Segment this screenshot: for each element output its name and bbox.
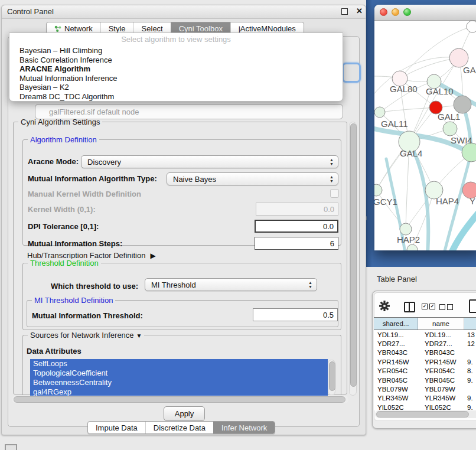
network-node[interactable]: [443, 122, 457, 136]
table-cell: YDL19...: [418, 331, 464, 338]
attribute-item[interactable]: SelfLoops: [30, 359, 328, 369]
table-row[interactable]: YBL079WYBL079W: [374, 384, 476, 393]
table-row[interactable]: YDR27...YDR27...12: [374, 339, 476, 348]
table-panel-region: Table Panel ✓ ✓: [366, 267, 476, 450]
algorithm-dropdown-popup[interactable]: Select algorithm to view settings Bayesi…: [9, 32, 343, 102]
table-cell: YBL079W: [418, 386, 464, 393]
select-all-checkbox-icon[interactable]: ✓: [422, 304, 428, 309]
which-threshold-select[interactable]: MI Threshold ▲▼: [145, 278, 317, 291]
network-view-window[interactable]: GALGAL80GAL10GAL11GAL1SWI4GAL4GCY1HAP4YH…: [374, 5, 476, 250]
close-window-icon[interactable]: ✕: [356, 6, 363, 15]
select-all-checkbox-icon[interactable]: ✓: [429, 304, 435, 309]
attribute-item[interactable]: gal4RGexp: [30, 387, 328, 396]
network-selector-combo[interactable]: galFiltered.sif default node: [35, 104, 343, 119]
table-column-header[interactable]: shared...: [374, 318, 418, 330]
deselect-all-checkbox-icon[interactable]: [447, 304, 453, 310]
mi-type-value: Naive Bayes: [173, 175, 216, 184]
collapse-arrow-icon[interactable]: ▼: [136, 332, 142, 339]
tab-label: Style: [109, 24, 126, 33]
table-header-row[interactable]: shared...name: [374, 317, 476, 330]
table-column-header[interactable]: [464, 318, 476, 330]
minimize-traffic-light-icon[interactable]: [392, 8, 399, 16]
table-row[interactable]: YER054CYER054C8.: [374, 367, 476, 376]
bottom-tabbar: Impute DataDiscretize DataInfer Network: [87, 421, 275, 434]
network-node[interactable]: [407, 244, 418, 250]
network-node[interactable]: [467, 21, 476, 32]
table-hscroll-thumb[interactable]: [376, 411, 469, 418]
network-edge-highlighted[interactable]: [450, 203, 476, 250]
dropdown-option[interactable]: ARACNE Algorithm: [9, 64, 343, 74]
tab-label: Select: [142, 24, 163, 33]
table-cell: 9.: [464, 404, 476, 410]
collapsed-panel-icon[interactable]: [5, 444, 17, 450]
mi-type-select[interactable]: Naive Bayes ▲▼: [167, 172, 338, 185]
node-table-window[interactable]: ✓ ✓ shared...name YDL19...YDL19...13YDR2…: [372, 291, 476, 429]
split-panel-icon[interactable]: [404, 302, 415, 312]
attributes-list-scrollbar[interactable]: [328, 360, 335, 395]
zoom-traffic-light-icon[interactable]: [403, 8, 411, 16]
manual-kernel-checkbox[interactable]: [330, 189, 339, 198]
algorithm-combo-focused-end[interactable]: [342, 63, 361, 83]
aracne-mode-select[interactable]: Discovery ▲▼: [81, 155, 338, 168]
table-cell: YPR145W: [374, 358, 418, 366]
settings-vscroll-thumb[interactable]: [350, 123, 357, 387]
settings-vertical-scrollbar[interactable]: [349, 122, 357, 396]
bottom-tab-discretize-data[interactable]: Discretize Data: [145, 422, 213, 433]
table-column-header[interactable]: name: [418, 318, 464, 330]
mi-threshold-field[interactable]: 0.5: [253, 308, 338, 321]
mi-steps-field[interactable]: 6: [255, 237, 338, 250]
dropdown-option[interactable]: Bayesian – Hill Climbing: [9, 46, 343, 56]
network-node-label: GAL11: [381, 119, 408, 129]
attribute-item[interactable]: BetweennessCentrality: [30, 378, 328, 387]
algorithm-definition-title: Algorithm Definition: [28, 135, 99, 144]
table-cell: YDL19...: [374, 331, 418, 338]
dropdown-option[interactable]: Mutual Information Inference: [9, 74, 343, 83]
dropdown-option[interactable]: Bayesian – K2: [9, 83, 343, 92]
table-row[interactable]: YIL052CYIL052C9.: [374, 403, 476, 410]
table-cell: 9.: [464, 394, 476, 402]
attribute-item[interactable]: TopologicalCoefficient: [30, 369, 328, 378]
dpi-tolerance-field[interactable]: 0.0: [255, 220, 338, 233]
dropdown-option[interactable]: Basic Correlation Inference: [9, 56, 343, 65]
network-node[interactable]: [374, 184, 382, 196]
threshold-definition-title: Threshold Definition: [28, 259, 101, 268]
settings-hscroll-thumb[interactable]: [14, 396, 345, 403]
table-row[interactable]: YBR043CYBR043C: [374, 348, 476, 357]
network-node[interactable]: [400, 223, 412, 235]
gear-icon[interactable]: [379, 301, 390, 311]
network-icon: [54, 25, 61, 32]
network-node-label: GAL: [463, 65, 476, 75]
table-row[interactable]: YLR345WYLR345W9.: [374, 394, 476, 403]
control-panel-titlebar[interactable]: Control Panel ✕: [2, 5, 366, 19]
sources-group-title: Sources for Network Inference▼: [28, 331, 144, 340]
table-horizontal-scrollbar[interactable]: [375, 410, 476, 418]
table-cell: YBL079W: [374, 386, 418, 393]
float-window-icon[interactable]: [341, 8, 348, 15]
deselect-all-checkbox-icon[interactable]: [439, 304, 445, 310]
network-window-titlebar[interactable]: [374, 5, 476, 21]
settings-horizontal-scrollbar[interactable]: [12, 396, 348, 403]
close-traffic-light-icon[interactable]: [380, 8, 387, 16]
bottom-tab-infer-network[interactable]: Infer Network: [213, 422, 275, 433]
bottom-tab-impute-data[interactable]: Impute Data: [88, 422, 145, 433]
table-function-icon[interactable]: [469, 299, 476, 313]
data-attributes-label: Data Attributes: [27, 347, 81, 356]
expand-arrow-icon[interactable]: ▶: [150, 252, 155, 260]
kernel-width-field[interactable]: 0.0: [256, 203, 338, 216]
table-row[interactable]: YPR145WYPR145W9.: [374, 357, 476, 366]
table-body[interactable]: YDL19...YDL19...13YDR27...YDR27...12YBR0…: [374, 330, 476, 410]
table-row[interactable]: YDL19...YDL19...13: [374, 330, 476, 339]
table-cell: YER054C: [374, 367, 418, 374]
network-node[interactable]: [374, 107, 385, 118]
data-attributes-list[interactable]: SelfLoopsTopologicalCoefficientBetweenne…: [30, 359, 328, 396]
mi-steps-label: Mutual Information Steps:: [28, 239, 122, 248]
table-cell: 9.: [464, 358, 476, 366]
network-node[interactable]: [454, 96, 471, 113]
attributes-scroll-thumb[interactable]: [329, 361, 335, 391]
apply-button[interactable]: Apply: [164, 406, 205, 421]
table-row[interactable]: YBR045CYBR045C9.: [374, 376, 476, 384]
dropdown-option[interactable]: Dream8 DC_TDC Algorithm: [9, 92, 343, 102]
network-graph-canvas[interactable]: GALGAL80GAL10GAL11GAL1SWI4GAL4GCY1HAP4YH…: [374, 20, 476, 250]
table-cell: YPR145W: [418, 358, 464, 366]
stepper-arrows-icon: ▲▼: [308, 281, 312, 289]
